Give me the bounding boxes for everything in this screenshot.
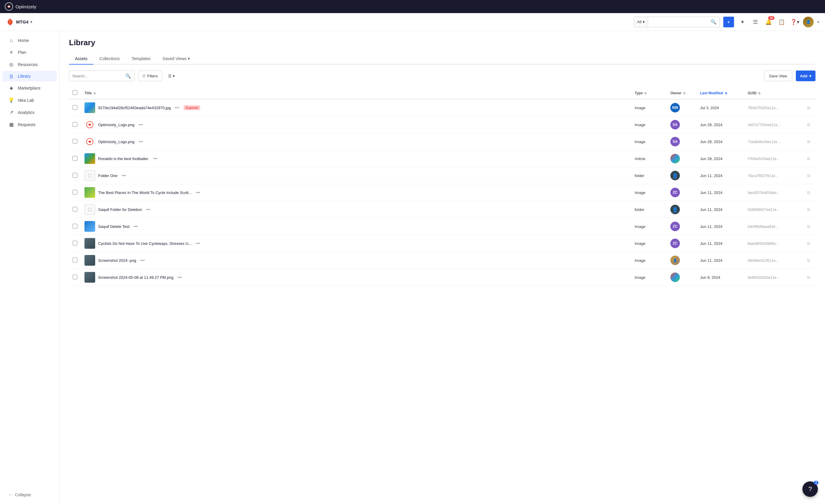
ai-icon-button[interactable]: ✦ [738,17,747,27]
asset-options-button[interactable]: ••• [137,139,144,144]
row-checkbox[interactable] [73,173,77,177]
global-search-input[interactable] [648,17,707,27]
copy-guid-icon[interactable]: ⧉ [807,224,810,229]
asset-options-button[interactable]: ••• [195,190,201,195]
global-search-icon[interactable]: 🔍 [707,19,720,25]
asset-thumbnail [84,102,95,113]
row-checkbox[interactable] [73,207,77,212]
asset-options-button[interactable]: ••• [195,241,201,246]
asset-thumbnail [84,119,95,130]
filters-button[interactable]: ▽ Filters [138,71,162,81]
document-icon-button[interactable]: ☰ [751,17,760,27]
sidebar-item-library-label: Library [18,74,30,79]
header-bar: MTG4 ▾ All ▾ 🔍 + ✦ ☰ 🔔 10 📋 ❓▾ 👤 ▾ [0,13,825,31]
create-new-button[interactable]: + [723,17,734,27]
filter-icon: ▽ [142,74,145,78]
asset-title: Cyclists Do Not Have To Use Cycleways, S… [98,241,192,246]
guid-sort-icon: ⇅ [758,92,760,95]
search-type-dropdown[interactable]: All ▾ [634,17,648,27]
copy-guid-icon[interactable]: ⧉ [807,190,810,195]
sidebar-collapse-button[interactable]: ← Collapse [2,489,57,500]
col-header-modified[interactable]: Last Modified ⇅ [696,87,744,99]
guid-value: 9e9f42b0263a11e... [748,276,779,280]
sidebar-item-library[interactable]: ||| Library [2,71,57,81]
copy-guid-icon[interactable]: ⧉ [807,139,810,144]
expired-badge: Expired [183,105,200,110]
add-asset-button[interactable]: Add ▾ [796,71,816,81]
asset-options-button[interactable]: ••• [176,275,183,280]
copy-guid-icon[interactable]: ⧉ [807,173,810,178]
asset-type: Image [631,218,667,235]
col-header-type[interactable]: Type ⇅ [631,87,667,99]
row-checkbox[interactable] [73,139,77,144]
library-tabs: Assets Collections Templates Saved Views… [69,53,816,65]
last-modified: Jun 11, 2024 [696,201,744,218]
asset-options-button[interactable]: ••• [174,105,180,110]
row-checkbox[interactable] [73,275,77,279]
asset-options-button[interactable]: ••• [137,122,144,127]
row-checkbox[interactable] [73,258,77,263]
sidebar-item-requests[interactable]: ▦ Requests [2,119,57,130]
last-modified: Jun 11, 2024 [696,235,744,252]
row-checkbox[interactable] [73,224,77,228]
tab-saved-views[interactable]: Saved Views ▾ [156,53,196,65]
sidebar-item-plan[interactable]: ≡ Plan [2,47,57,58]
col-header-owner[interactable]: Owner ⇅ [667,87,696,99]
table-row: □ Folder One ••• folder 👤 Jun 11, 2024 7… [69,167,816,184]
copy-guid-icon[interactable]: ⧉ [807,207,810,212]
row-checkbox[interactable] [73,190,77,195]
tab-collections[interactable]: Collections [93,53,126,65]
row-checkbox[interactable] [73,156,77,161]
save-view-button[interactable]: Save View [764,71,792,81]
sidebar-item-idea-lab[interactable]: 💡 Idea Lab [2,94,57,106]
last-modified: Jun 11, 2024 [696,184,744,201]
asset-options-button[interactable]: ••• [121,173,127,178]
asset-title: Optimizely_Logo.png [98,123,134,127]
copy-guid-icon[interactable]: ⧉ [807,258,810,263]
notifications-button[interactable]: 🔔 10 [764,17,773,27]
sidebar-item-marketplace[interactable]: ◈ Marketplace [2,82,57,94]
row-checkbox[interactable] [73,122,77,127]
asset-options-button[interactable]: ••• [145,207,152,212]
last-modified: Jun 28, 2024 [696,150,744,167]
col-header-guid[interactable]: GUID ⇅ [744,87,804,99]
asset-options-button[interactable]: ••• [152,156,159,161]
asset-thumbnail [84,153,95,164]
help-bubble-button[interactable]: ? 2 [802,481,818,497]
copy-guid-icon[interactable]: ⧉ [807,156,810,161]
sidebar-item-analytics[interactable]: ↗ Analytics [2,106,57,118]
guid-value: fae428794d03dbd... [748,191,779,195]
tab-templates[interactable]: Templates [126,53,157,65]
saved-views-chevron-icon: ▾ [188,56,190,61]
asset-options-button[interactable]: ••• [132,224,139,229]
tab-assets[interactable]: Assets [69,53,93,65]
row-checkbox[interactable] [73,241,77,245]
asset-type: Image [631,235,667,252]
help-dropdown-button[interactable]: ❓▾ [790,17,800,27]
clipboard-icon-button[interactable]: 📋 [777,17,786,27]
sidebar: ⌂ Home ≡ Plan ◎ Resources ||| Library ◈ … [0,31,60,504]
copy-guid-icon[interactable]: ⧉ [807,105,810,110]
sidebar-item-resources[interactable]: ◎ Resources [2,59,57,70]
owner-avatar [670,154,680,163]
select-all-checkbox[interactable] [73,90,77,95]
sidebar-item-home[interactable]: ⌂ Home [2,35,57,46]
copy-guid-icon[interactable]: ⧉ [807,122,810,127]
copy-guid-icon[interactable]: ⧉ [807,275,810,280]
row-checkbox[interactable] [73,105,77,110]
last-modified: Jun 11, 2024 [696,252,744,269]
guid-value: 060dfde422f611e... [748,259,778,263]
assets-search-input[interactable] [72,74,123,78]
org-selector[interactable]: MTG4 ▾ [6,18,32,26]
user-menu-chevron-icon[interactable]: ▾ [817,20,819,24]
owner-avatar: SA [670,137,680,146]
sidebar-item-requests-label: Requests [18,122,35,127]
asset-options-button[interactable]: ••• [139,258,146,263]
owner-avatar: SA [670,120,680,129]
view-toggle-button[interactable]: ☰ ▾ [166,71,177,81]
plan-icon: ≡ [8,50,14,55]
col-header-title[interactable]: Title ⇅ [81,87,631,99]
copy-guid-icon[interactable]: ⧉ [807,241,810,246]
sidebar-item-idea-lab-label: Idea Lab [18,98,34,103]
user-avatar[interactable]: 👤 [803,17,814,27]
